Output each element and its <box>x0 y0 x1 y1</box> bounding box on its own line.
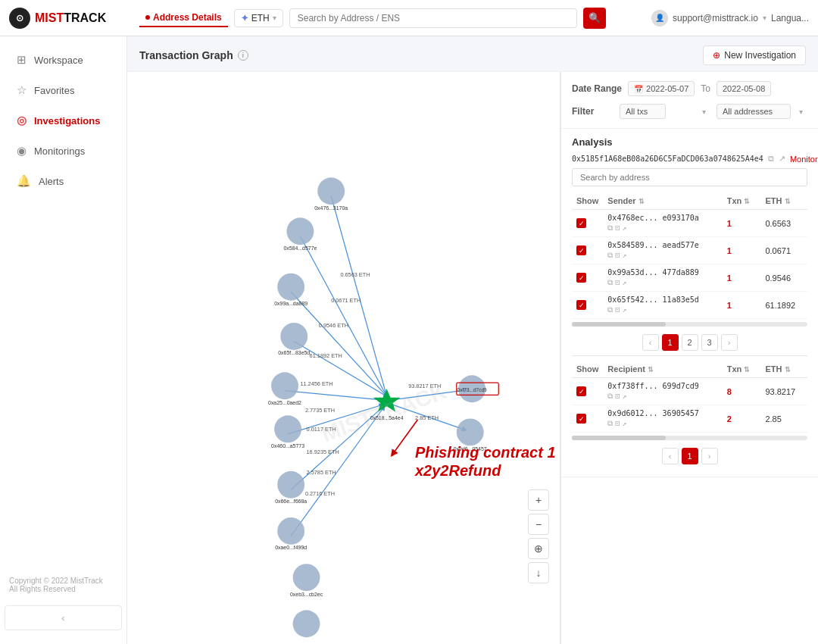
filter-addresses-select[interactable]: All addresses <box>717 104 791 119</box>
svg-line-4 <box>285 391 382 400</box>
sender-address: 0x4768ec... e093170a ⧉ ⊡ ↗ <box>603 210 722 237</box>
table-row: 0x584589... aead577e ⧉ ⊡ ↗ 1 0.0671 <box>572 237 807 264</box>
show-col-header: Show <box>572 361 603 378</box>
chevron-left-icon: ‹ <box>61 612 64 624</box>
external-link-icon[interactable]: ↗ <box>622 305 626 314</box>
info-icon[interactable]: i <box>238 50 248 61</box>
user-avatar: 👤 <box>651 10 668 27</box>
external-link-icon[interactable]: ↗ <box>622 419 626 428</box>
external-link-icon[interactable]: ↗ <box>779 154 785 164</box>
txn-link[interactable]: 8 <box>727 387 732 396</box>
graph-area: 0.6563 ETH 0.0671 ETH 0.9546 ETH 61.1892… <box>127 72 560 644</box>
logo-icon: ⊙ <box>9 8 30 29</box>
table-row: 0x65f542... 11a83e5d ⧉ ⊡ ↗ 1 61.1892 <box>572 292 807 319</box>
txn-link[interactable]: 2 <box>727 414 732 424</box>
row-checkbox[interactable] <box>576 300 586 310</box>
copy-icon[interactable]: ⧉ <box>607 224 613 233</box>
sender-col-header: Sender ⇅ <box>603 192 722 210</box>
qr-icon[interactable]: ⊡ <box>615 392 620 401</box>
next-page-button[interactable]: › <box>721 334 738 351</box>
txn-col-header: Txn ⇅ <box>723 361 761 378</box>
external-link-icon[interactable]: ↗ <box>622 224 626 233</box>
eth-value: 0.0671 <box>760 237 807 264</box>
prev-page-button[interactable]: ‹ <box>642 334 659 351</box>
copy-icon[interactable]: ⧉ <box>607 278 613 287</box>
qr-icon[interactable]: ⊡ <box>615 251 620 260</box>
copy-icon[interactable]: ⧉ <box>607 305 613 314</box>
red-dot <box>145 15 150 20</box>
table-row: 0xf738ff... 699d7cd9 ⧉ ⊡ ↗ 8 93.8217 <box>572 378 807 405</box>
fit-view-button[interactable]: ⊕ <box>528 538 549 559</box>
qr-icon[interactable]: ⊡ <box>615 419 620 428</box>
row-checkbox[interactable] <box>576 218 586 228</box>
language-selector[interactable]: Langua... <box>771 13 809 23</box>
svg-text:0x65f...83e5d: 0x65f...83e5d <box>278 350 310 355</box>
recipient-col-header: Recipient ⇅ <box>603 361 722 378</box>
address-search-input[interactable] <box>289 8 577 28</box>
sender-table-scrollbar[interactable] <box>572 322 807 327</box>
svg-point-33 <box>274 415 301 442</box>
sidebar-item-investigations[interactable]: ◎ Investigations <box>5 106 122 135</box>
content-area: Transaction Graph i ⊕ New Investigation <box>127 36 818 644</box>
qr-icon[interactable]: ⊡ <box>615 224 620 233</box>
external-link-icon[interactable]: ↗ <box>622 251 626 260</box>
external-link-icon[interactable]: ↗ <box>622 392 626 401</box>
svg-text:0.9546 ETH: 0.9546 ETH <box>319 322 348 329</box>
chain-select[interactable]: ✦ ETH ▾ <box>234 9 283 27</box>
search-button[interactable]: 🔍 <box>583 8 606 29</box>
svg-text:0xa25...0aed2: 0xa25...0aed2 <box>268 400 301 405</box>
download-button[interactable]: ↓ <box>528 562 549 583</box>
date-from-input[interactable]: 📅 2022-05-07 <box>628 81 695 96</box>
copy-icon[interactable]: ⧉ <box>607 251 613 260</box>
graph-title: Transaction Graph i <box>139 49 248 61</box>
copy-icon[interactable]: ⧉ <box>607 392 613 401</box>
qr-icon[interactable]: ⊡ <box>615 278 620 287</box>
eth-value: 0.6563 <box>760 210 807 237</box>
sender-table: Show Sender ⇅ Txn ⇅ ETH ⇅ <box>572 192 807 319</box>
sidebar-item-favorites[interactable]: ☆ Favorites <box>5 76 122 105</box>
page-1-button[interactable]: 1 <box>662 334 679 351</box>
txn-link[interactable]: 1 <box>727 219 732 228</box>
address-details-tab[interactable]: Address Details <box>139 9 228 27</box>
txn-link[interactable]: 1 <box>727 274 732 283</box>
filter-txs-select[interactable]: All txs <box>620 104 666 119</box>
sidebar-item-workspace[interactable]: ⊞ Workspace <box>5 45 122 74</box>
txn-link[interactable]: 1 <box>727 246 732 255</box>
nav-center: Address Details ✦ ETH ▾ 🔍 <box>139 8 642 29</box>
row-checkbox[interactable] <box>576 245 586 255</box>
main-address-row: 0x5185f1A68eB08a26D6C5FaDCD063a0748625A4… <box>572 154 807 164</box>
new-investigation-button[interactable]: ⊕ New Investigation <box>703 45 806 65</box>
copy-icon[interactable]: ⧉ <box>768 154 774 164</box>
next-page-button[interactable]: › <box>701 448 718 464</box>
address-search-input[interactable] <box>572 168 807 186</box>
eth-value: 0.9546 <box>760 264 807 292</box>
page-2-button[interactable]: 2 <box>682 334 698 351</box>
qr-icon[interactable]: ⊡ <box>615 305 620 314</box>
external-link-icon[interactable]: ↗ <box>622 278 626 287</box>
zoom-out-button[interactable]: − <box>528 514 549 535</box>
copy-icon[interactable]: ⧉ <box>607 419 613 428</box>
svg-text:2.7735 ETH: 2.7735 ETH <box>305 407 335 414</box>
sidebar-collapse-button[interactable]: ‹ <box>5 605 122 630</box>
monitor-link[interactable]: Monitor <box>790 155 818 164</box>
recipient-table-scrollbar[interactable] <box>572 436 807 440</box>
calendar-icon: 📅 <box>634 85 643 93</box>
prev-page-button[interactable]: ‹ <box>662 448 679 464</box>
svg-point-25 <box>286 217 314 245</box>
chevron-down-icon[interactable]: ▾ <box>763 14 766 22</box>
svg-line-10 <box>393 420 418 454</box>
sidebar-item-monitorings[interactable]: ◉ Monitorings <box>5 136 122 165</box>
svg-point-37 <box>277 517 304 545</box>
row-checkbox[interactable] <box>576 386 586 396</box>
right-panel: Date Range 📅 2022-05-07 To 2022-05-08 Fi… <box>560 72 818 644</box>
zoom-in-button[interactable]: + <box>528 489 549 511</box>
recipient-address: 0xf738ff... 699d7cd9 ⧉ ⊡ ↗ <box>603 378 722 405</box>
row-checkbox[interactable] <box>576 273 586 283</box>
page-3-button[interactable]: 3 <box>701 334 718 351</box>
page-1-button[interactable]: 1 <box>682 448 698 464</box>
filter-addresses-wrap: All addresses <box>717 104 807 119</box>
row-checkbox[interactable] <box>576 414 586 424</box>
date-to-input[interactable]: 2022-05-08 <box>717 81 771 96</box>
sidebar-item-alerts[interactable]: 🔔 Alerts <box>5 167 122 195</box>
txn-link[interactable]: 1 <box>727 301 732 310</box>
